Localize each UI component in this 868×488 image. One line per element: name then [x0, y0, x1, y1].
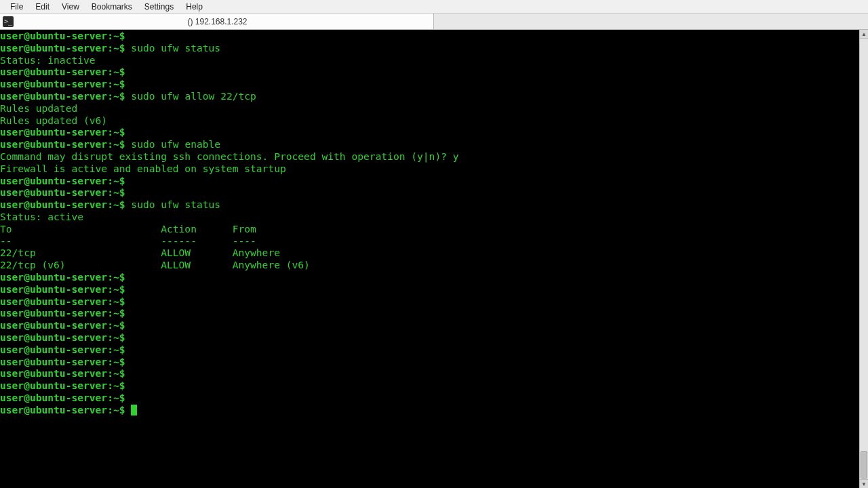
terminal-line: user@ubuntu-server:~$ — [0, 283, 868, 296]
terminal-line: user@ubuntu-server:~$ sudo ufw status — [0, 199, 868, 211]
menu-view[interactable]: View — [56, 2, 85, 12]
terminal-output-line: Rules updated — [0, 102, 868, 115]
terminal-line: user@ubuntu-server:~$ — [0, 331, 868, 344]
menubar: File Edit View Bookmarks Settings Help — [0, 0, 868, 14]
terminal-icon: >_ — [3, 16, 14, 27]
terminal-output-line: Status: inactive — [0, 54, 868, 66]
terminal-line: user@ubuntu-server:~$ — [0, 356, 868, 368]
terminal-line: user@ubuntu-server:~$ — [0, 78, 868, 90]
terminal-line: user@ubuntu-server:~$ sudo ufw allow 22/… — [0, 90, 868, 102]
scroll-up-arrow-icon[interactable]: ▲ — [860, 30, 868, 39]
terminal-output-line: 22/tcp ALLOW Anywhere — [0, 247, 868, 259]
terminal-line: user@ubuntu-server:~$ — [0, 186, 868, 199]
tab-strip: >_ () 192.168.1.232 — [0, 14, 868, 30]
terminal-line: user@ubuntu-server:~$ — [0, 404, 868, 416]
terminal-line: user@ubuntu-server:~$ — [0, 30, 868, 42]
terminal-output-line: 22/tcp (v6) ALLOW Anywhere (v6) — [0, 259, 868, 271]
terminal[interactable]: user@ubuntu-server:~$ user@ubuntu-server… — [0, 30, 868, 488]
command-text: sudo ufw status — [131, 42, 220, 54]
terminal-wrap: user@ubuntu-server:~$ user@ubuntu-server… — [0, 30, 868, 488]
terminal-output-line: Status: active — [0, 211, 868, 223]
tab-title: () 192.168.1.232 — [18, 17, 433, 26]
terminal-line: user@ubuntu-server:~$ — [0, 367, 868, 380]
terminal-output-line: To Action From — [0, 223, 868, 235]
terminal-line: user@ubuntu-server:~$ — [0, 380, 868, 392]
terminal-output-line: -- ------ ---- — [0, 235, 868, 247]
command-text: sudo ufw enable — [131, 138, 220, 150]
terminal-line: user@ubuntu-server:~$ — [0, 66, 868, 78]
terminal-output-line: Command may disrupt existing ssh connect… — [0, 150, 868, 163]
cursor — [131, 405, 137, 415]
terminal-line: user@ubuntu-server:~$ — [0, 307, 868, 319]
terminal-line: user@ubuntu-server:~$ — [0, 392, 868, 404]
terminal-line: user@ubuntu-server:~$ — [0, 296, 868, 308]
terminal-line: user@ubuntu-server:~$ — [0, 319, 868, 331]
terminal-line: user@ubuntu-server:~$ — [0, 126, 868, 138]
terminal-line: user@ubuntu-server:~$ — [0, 175, 868, 187]
menu-file[interactable]: File — [4, 2, 29, 12]
menu-settings[interactable]: Settings — [138, 2, 180, 12]
terminal-line: user@ubuntu-server:~$ sudo ufw enable — [0, 138, 868, 150]
scroll-thumb[interactable] — [861, 451, 867, 479]
menu-edit[interactable]: Edit — [29, 2, 56, 12]
terminal-line: user@ubuntu-server:~$ — [0, 271, 868, 283]
command-text: sudo ufw allow 22/tcp — [131, 90, 256, 102]
scrollbar[interactable]: ▲ ▼ — [859, 30, 868, 488]
terminal-line: user@ubuntu-server:~$ — [0, 344, 868, 356]
terminal-output-line: Firewall is active and enabled on system… — [0, 163, 868, 175]
session-tab[interactable]: >_ () 192.168.1.232 — [0, 14, 434, 29]
terminal-line: user@ubuntu-server:~$ sudo ufw status — [0, 42, 868, 54]
terminal-output-line: Rules updated (v6) — [0, 115, 868, 127]
menu-bookmarks[interactable]: Bookmarks — [85, 2, 138, 12]
command-text: sudo ufw status — [131, 199, 220, 210]
menu-help[interactable]: Help — [180, 2, 209, 12]
scroll-down-arrow-icon[interactable]: ▼ — [860, 479, 868, 488]
